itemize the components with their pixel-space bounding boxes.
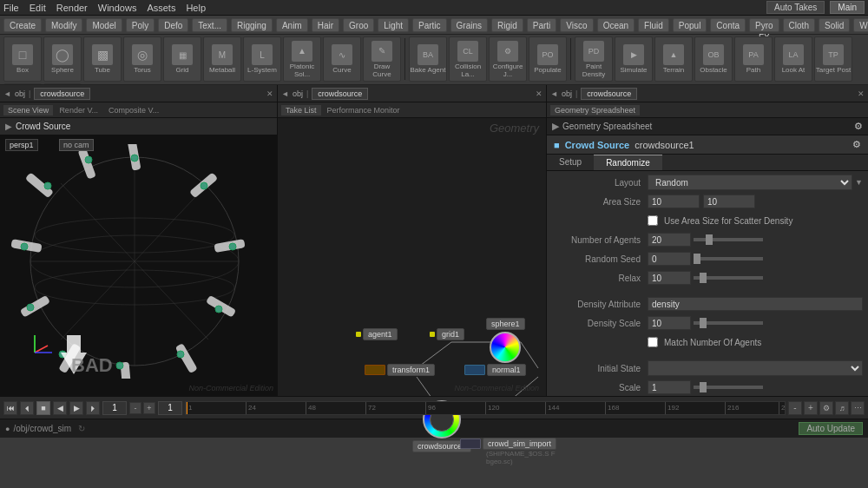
density-attr-input[interactable] <box>648 297 863 311</box>
tb-rigging[interactable]: Rigging <box>231 18 273 32</box>
tb-ocean[interactable]: Ocean <box>597 18 635 32</box>
left-panel-crowdsource-tab[interactable]: crowdsource <box>34 88 90 100</box>
match-num-agents-checkbox[interactable] <box>648 337 658 347</box>
menu-windows[interactable]: Windows <box>98 3 137 13</box>
node-sphere1[interactable]: sphere1 <box>486 318 525 363</box>
menu-render[interactable]: Render <box>56 3 88 13</box>
mid-panel-crowdsource-tab[interactable]: crowdsource <box>312 88 368 100</box>
node-crowd-sim-import[interactable]: crowd_sim_import (SHIPNAME_$OS.S F bgeo.… <box>460 438 556 465</box>
tb-poly[interactable]: Poly <box>126 18 155 32</box>
transport-play-reverse[interactable]: ◀ <box>53 401 67 415</box>
left-panel-expand[interactable]: ▶ <box>5 122 12 131</box>
menu-edit[interactable]: Edit <box>30 3 46 13</box>
icon-collision[interactable]: CLCollision La... <box>449 36 487 82</box>
tb-grains[interactable]: Grains <box>450 18 488 32</box>
transport-prev-key[interactable]: ⏴ <box>20 401 34 415</box>
icon-metaball[interactable]: MMetaball <box>203 36 241 82</box>
frame-input[interactable] <box>102 401 127 415</box>
icon-l-system[interactable]: LL-System <box>243 36 281 82</box>
node-grid1[interactable]: grid1 <box>430 328 464 340</box>
layout-dropdown[interactable]: Random <box>648 175 852 190</box>
icon-path[interactable]: PAPath <box>734 36 773 82</box>
shelf-take-list[interactable]: Take List <box>281 105 321 115</box>
shelf-geo-spreadsheet[interactable]: Geometry Spreadsheet <box>550 105 640 115</box>
shelf-scene-view[interactable]: Scene View <box>3 105 53 115</box>
node-transform1[interactable]: transform1 <box>365 364 435 376</box>
tb-fluid[interactable]: Fluid <box>638 18 669 32</box>
random-seed-input[interactable] <box>648 252 691 266</box>
num-agents-input[interactable] <box>648 233 691 247</box>
tb-cloth[interactable]: Cloth <box>783 18 815 32</box>
relax-input[interactable] <box>648 271 691 285</box>
timeline-ruler[interactable]: 1 24 48 72 96 120 144 168 192 216 240 <box>185 401 786 415</box>
menu-assets[interactable]: Assets <box>147 3 175 13</box>
use-area-scatter-checkbox[interactable] <box>648 215 658 226</box>
shelf-perf-monitor[interactable]: Performance Monitor <box>323 105 404 115</box>
right-panel-expand[interactable]: ▶ <box>552 121 559 132</box>
timeline-audio-btn[interactable]: ♬ <box>835 401 849 415</box>
icon-curve[interactable]: ∿Curve <box>323 36 361 82</box>
tb-parti[interactable]: Parti <box>527 18 557 32</box>
end-frame-input[interactable] <box>158 401 182 415</box>
tb-visco[interactable]: Visco <box>560 18 593 32</box>
num-agents-slider[interactable] <box>694 238 763 241</box>
tb-partic[interactable]: Partic <box>412 18 447 32</box>
tb-rigid[interactable]: Rigid <box>491 18 523 32</box>
icon-paint-density[interactable]: PDPaint Density <box>575 36 613 82</box>
props-gear-btn[interactable]: ⚙ <box>852 139 861 150</box>
icon-bake-agent[interactable]: BABake Agent <box>409 36 447 82</box>
tb-defo[interactable]: Defo <box>158 18 188 32</box>
tb-pyrofx[interactable]: Pyro FX <box>749 18 779 32</box>
density-scale-slider[interactable] <box>694 321 763 325</box>
transport-skip-start[interactable]: ⏮ <box>3 401 17 415</box>
icon-draw-curve[interactable]: ✎Draw Curve <box>363 36 401 82</box>
icon-grid[interactable]: ▦Grid <box>163 36 201 82</box>
transport-stop[interactable]: ■ <box>36 401 50 415</box>
scale-input[interactable] <box>648 380 691 394</box>
icon-sphere[interactable]: ◯Sphere <box>43 36 82 82</box>
shelf-render-v[interactable]: Render V... <box>55 105 102 115</box>
icon-look-at[interactable]: LALook At <box>774 36 812 82</box>
menu-file[interactable]: File <box>3 3 19 13</box>
random-seed-slider[interactable] <box>694 257 763 260</box>
tab-randomize[interactable]: Randomize <box>594 155 662 170</box>
tb-model[interactable]: Model <box>86 18 122 32</box>
area-size-y[interactable] <box>703 195 755 208</box>
density-scale-input[interactable] <box>648 316 691 330</box>
zoom-in-btn[interactable]: + <box>804 401 818 415</box>
tb-text[interactable]: Text... <box>192 18 227 32</box>
area-size-x[interactable] <box>648 195 700 208</box>
scale-slider[interactable] <box>694 386 763 389</box>
icon-platonic[interactable]: ▲Platonic Sol... <box>283 36 321 82</box>
transport-play[interactable]: ▶ <box>69 401 83 415</box>
icon-torus[interactable]: ◎Torus <box>123 36 161 82</box>
tab-setup[interactable]: Setup <box>547 155 594 170</box>
tb-wires[interactable]: Wires <box>853 18 868 32</box>
node-agent1[interactable]: agent1 <box>356 328 398 340</box>
initial-state-dropdown[interactable] <box>648 360 863 376</box>
transport-next-key[interactable]: ⏵ <box>86 401 100 415</box>
icon-simulate[interactable]: ▶Simulate <box>615 36 653 82</box>
icon-populate[interactable]: POPopulate <box>529 36 567 82</box>
icon-terrain[interactable]: ▲Terrain <box>654 36 693 82</box>
auto-update-btn[interactable]: Auto Update <box>799 422 863 435</box>
icon-box[interactable]: □Box <box>3 36 42 82</box>
timeline-more-btn[interactable]: ⋯ <box>851 401 865 415</box>
icon-tube[interactable]: ▩Tube <box>83 36 122 82</box>
tb-modify[interactable]: Modify <box>45 18 82 32</box>
tb-solid[interactable]: Solid <box>819 18 850 32</box>
icon-configure[interactable]: ⚙Configure J... <box>489 36 527 82</box>
icon-obstacle[interactable]: OBObstacle <box>694 36 733 82</box>
tb-anim[interactable]: Anim <box>276 18 308 32</box>
tb-light[interactable]: Light <box>378 18 409 32</box>
shelf-composite-v[interactable]: Composite V... <box>104 105 163 115</box>
auto-takes-btn[interactable]: Auto Takes <box>766 1 825 14</box>
icon-target-post[interactable]: TPTarget Post <box>814 36 852 82</box>
right-panel-crowdsource-tab[interactable]: crowdsource <box>581 88 637 100</box>
tb-popul[interactable]: Popul <box>673 18 707 32</box>
tb-groo[interactable]: Groo <box>343 18 374 32</box>
relax-slider[interactable] <box>694 276 763 280</box>
timeline-settings-btn[interactable]: ⚙ <box>819 401 833 415</box>
frame-step-down[interactable]: - <box>129 402 141 414</box>
right-panel-gear[interactable]: ⚙ <box>854 121 863 132</box>
